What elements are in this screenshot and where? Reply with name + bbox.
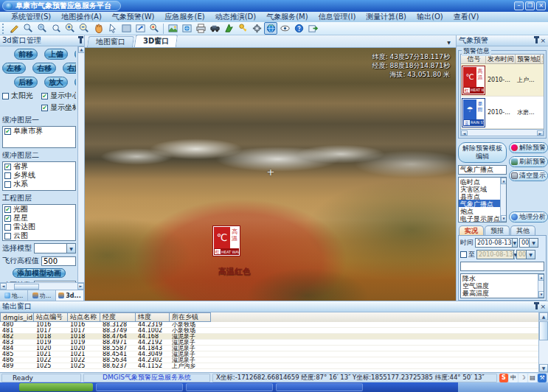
taskbar-start-edge[interactable] [0,382,19,392]
list-item[interactable]: 空气温度 [461,281,538,289]
layer-checkbox[interactable] [4,172,11,179]
model-select-dropdown[interactable]: ▼ [34,243,76,253]
menu-weather-service[interactable]: 气象服务(M) [261,12,313,22]
hscroll-thumb[interactable] [14,284,39,290]
to-hour-dropdown[interactable]: 00▼ [516,250,535,259]
flight-icon[interactable] [222,22,235,35]
zoom-in-icon[interactable] [63,22,77,35]
help-icon[interactable] [292,22,305,35]
close-panel-icon[interactable]: × [540,38,546,44]
clear-display-button[interactable]: 清空显示 [509,170,548,181]
scroll-down-icon[interactable]: ▼ [538,291,544,298]
refresh-warning-button[interactable]: 刷新预警 [509,156,548,167]
tab-3d-window[interactable]: 3D窗口 [134,35,178,47]
to-date-dropdown[interactable]: 2010-08-13▼ [476,250,515,259]
layer-checkbox[interactable] [4,224,11,231]
pitch-up-button[interactable]: 上偏 [44,49,68,60]
restore-button[interactable]: ❐ [525,1,535,10]
close-panel-icon[interactable]: × [540,304,546,310]
scroll-up-icon[interactable]: ▲ [78,46,84,53]
menu-weather-warning[interactable]: 气象预警(W) [107,12,160,22]
toolbox-icon[interactable]: ⚒ [538,374,547,382]
tab-map-window[interactable]: 地图窗口 [87,36,134,47]
eye-icon[interactable] [278,22,291,35]
list-item[interactable]: 临时点 [459,178,500,185]
tab-live[interactable]: 实况 [459,225,484,235]
map-image-icon[interactable] [180,22,193,35]
list-item[interactable]: 炮点 [459,207,500,214]
scroll-up-icon[interactable]: ▲ [501,178,507,184]
tab-list-dropdown-icon[interactable]: ▼ [444,38,454,47]
list-item[interactable]: 县市点 [459,192,500,200]
geo-analysis-button[interactable]: 地理分析 [509,211,548,223]
list-item[interactable]: 电子显示屏点 [459,214,500,222]
zoom-out-icon[interactable] [77,22,91,35]
layer-checkbox[interactable] [4,233,11,239]
menu-map-ops[interactable]: 地图操作(A) [56,12,107,22]
zoom-select-icon[interactable] [21,22,35,35]
zoom-in-3d-button[interactable]: 放大 [44,77,68,88]
pin-icon[interactable] [535,38,538,43]
to-date-checkbox[interactable] [460,251,467,258]
menu-output[interactable]: 输出(O) [412,12,448,22]
move-right-button[interactable]: 右移 [32,63,56,74]
list-item[interactable]: 最低温度 [461,296,538,298]
sunlight-checkbox[interactable] [2,93,9,99]
remove-warning-button[interactable]: 解除预警 [509,142,548,153]
left-panel-hscrollbar[interactable]: ◄ ► [0,282,84,290]
point-type-field[interactable]: 气象广播点 [458,165,507,175]
warning-row-rain[interactable]: ☂暴雨 蓝RAIN STORM 2010-... 水磨... [461,97,544,129]
move-forward-button[interactable]: 前移 [14,49,38,60]
scroll-up-icon[interactable]: ▲ [539,312,548,321]
layer-checkbox[interactable] [4,206,11,213]
chevron-down-icon[interactable]: ▼ [529,239,538,247]
menu-view[interactable]: 查看(V) [448,12,485,22]
col-cut[interactable]: 预 [541,55,544,63]
menu-system[interactable]: 系统管理(S) [6,12,56,22]
menu-dynamic[interactable]: 动态推演(D) [210,12,262,22]
keyboard-icon[interactable]: ▤ [528,374,537,382]
tab-map-layers[interactable]: 地... [0,290,28,301]
tab-forecast[interactable]: 预报 [485,225,510,235]
weather-element-list[interactable]: 降水 空气温度 最高温度 最低温度 地表温度 ▲ ▼ [460,273,544,298]
date-dropdown[interactable]: 2010-08-13▼ [475,238,518,248]
zoom-out-3d-button[interactable]: 缩小 [74,77,76,88]
project-layer-list[interactable]: 光圈 星星 雷达图 云图 [2,204,76,241]
list-item[interactable]: 气象广播点 [459,200,500,207]
table-row[interactable]: 4891025102588.623744.1152上户沟乡 [0,363,538,369]
col-warning-area[interactable]: 预警地区 [516,55,541,63]
minimize-button[interactable]: – [514,1,524,10]
add-model-animation-button[interactable]: 添加模型动画 [13,268,66,278]
identify-icon[interactable] [148,22,161,35]
export-icon[interactable] [306,22,319,35]
warning-table-hscrollbar[interactable]: ◄ ► [460,130,544,136]
list-item[interactable]: 降水 [461,274,538,281]
scroll-left-icon[interactable]: ◄ [461,130,468,136]
select-arrow-icon[interactable] [105,22,119,35]
tab-other[interactable]: 其他 [510,225,535,235]
taskbar-button[interactable] [276,383,363,391]
menu-info[interactable]: 信息管理(I) [313,12,361,22]
scroll-up-icon[interactable]: ▲ [538,274,544,281]
zoom-window-icon[interactable] [35,22,49,35]
sogou-ime-icon[interactable]: S [499,374,508,382]
moon-icon[interactable]: ☽ [518,374,527,382]
full-extent-icon[interactable] [119,22,133,35]
list-item[interactable]: 最高温度 [461,289,538,296]
move-back-button[interactable]: 后移 [14,77,38,88]
layer-checkbox[interactable] [4,215,11,222]
col-latitude[interactable]: 纬度 [136,312,170,322]
chinese-mode-icon[interactable]: 中 [509,374,518,382]
layer-checkbox[interactable] [4,128,11,135]
taskbar-active-button[interactable] [19,383,93,391]
zoom-last-icon[interactable] [49,22,63,35]
col-township[interactable]: 所在乡镇 [170,312,211,322]
pin-icon[interactable] [535,304,538,309]
menu-measure[interactable]: 测量计算(B) [361,12,412,22]
scroll-down-icon[interactable]: ▼ [501,215,507,222]
3d-terrain-viewport[interactable]: 纬度: 43度57分18.117秒 经度: 88度18分14.871秒 海拔: … [85,48,456,301]
key-icon[interactable] [236,22,249,35]
globe-3d-icon[interactable] [264,22,277,35]
col-station-number[interactable]: 站点编号 [34,312,68,322]
show-center-checkbox[interactable] [41,93,48,99]
